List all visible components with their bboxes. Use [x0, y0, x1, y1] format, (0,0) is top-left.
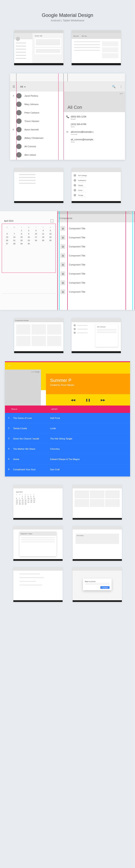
- phone-icon: 📞: [66, 115, 71, 118]
- track-row[interactable]: 4The Mother We ShareChvrches: [5, 444, 130, 454]
- contact-row[interactable]: Mary Johnson: [10, 100, 63, 108]
- music-player-screen: ← 1:1 Image Summer P Created by Trevor H…: [5, 361, 130, 476]
- calendar-day[interactable]: [47, 243, 53, 245]
- screen-title: Components: [59, 217, 72, 219]
- calendar-day[interactable]: 22: [18, 239, 25, 241]
- menu-icon[interactable]: ☰: [12, 85, 15, 88]
- calendar-day[interactable]: 11: [40, 233, 46, 235]
- calendar-day[interactable]: 29: [18, 243, 25, 245]
- form-thumb: [13, 567, 62, 602]
- calendar-icon[interactable]: [50, 219, 53, 222]
- calendar-day[interactable]: 4: [40, 229, 46, 231]
- calendar-day[interactable]: 3: [33, 229, 39, 231]
- simple-list-thumb: [14, 168, 63, 203]
- calendar-day[interactable]: 26: [47, 239, 53, 241]
- calendar-day[interactable]: 2: [26, 229, 32, 231]
- modal-sheet[interactable]: Keywords • Topics: [19, 532, 56, 556]
- page-header: Google Material Design Android L Tablet …: [0, 0, 135, 30]
- calendar-day[interactable]: 12: [47, 233, 53, 235]
- calendar-day[interactable]: 28: [11, 243, 17, 245]
- calendar-day[interactable]: [4, 229, 10, 231]
- page-title: Google Material Design: [0, 12, 135, 18]
- calendar-day[interactable]: [11, 229, 17, 231]
- prev-icon[interactable]: ◀◀: [71, 398, 75, 402]
- component-row[interactable]: ▣Component Title: [57, 287, 135, 296]
- popover-thumb: Ali Connors: [72, 318, 121, 353]
- track-row[interactable]: 2Tennis CourtsLorde: [5, 423, 130, 433]
- next-icon[interactable]: ▶▶: [101, 398, 105, 402]
- wifi-icon: ▾: [130, 212, 131, 214]
- card-grid-thumb: Components Browser: [14, 318, 63, 353]
- track-row[interactable]: 3Given the Chance I wouldThe Kite String…: [5, 433, 130, 444]
- drawer-layout-thumb: Screen Title: [14, 30, 63, 65]
- calendar-day[interactable]: 24: [33, 239, 39, 241]
- contact-row[interactable]: AAaron bennett: [10, 125, 63, 134]
- calendar-day[interactable]: 19: [47, 236, 53, 238]
- calendar-day[interactable]: 8: [18, 233, 25, 235]
- chevron-down-icon: ▼: [24, 86, 26, 88]
- nav-drawer: [14, 33, 33, 63]
- component-row[interactable]: ▣Component Title: [57, 269, 135, 278]
- calendar-day[interactable]: 21: [11, 239, 17, 241]
- filter-dropdown[interactable]: All▼: [20, 85, 26, 88]
- search-icon[interactable]: 🔍: [112, 85, 116, 88]
- confirm-dialog[interactable]: Begin to process Continue: [83, 579, 111, 590]
- contact-row[interactable]: Ali Connors: [10, 142, 63, 151]
- contact-row[interactable]: Peter Carlsson: [10, 108, 63, 117]
- contact-popover[interactable]: Ali Connors: [95, 324, 118, 347]
- calendar-day[interactable]: 30: [26, 243, 32, 245]
- calendar-day[interactable]: 5: [47, 229, 53, 231]
- contacts-screen: ☰ All▼ 🔍 ⋮ ★Janet PerkinsMary JohnsonPet…: [10, 73, 125, 160]
- calendar-day[interactable]: 25: [40, 239, 46, 241]
- track-row[interactable]: 5HomeEdward Sharpe & The Magne: [5, 454, 130, 464]
- email-icon: ✉: [66, 131, 71, 133]
- contact-row[interactable]: Trevor Hansen: [10, 117, 63, 125]
- tabs-layout-thumb: Tab One Tab Two: [72, 30, 121, 65]
- calendar-screen: April 2014 SMTWTFS1234567891011121314151…: [0, 211, 57, 310]
- component-row[interactable]: ▣Component Title: [57, 224, 135, 233]
- contact-list: ★Janet PerkinsMary JohnsonPeter Carlsson…: [10, 92, 63, 160]
- contact-row[interactable]: Alex nelson: [10, 151, 63, 159]
- calendar-day[interactable]: 20: [4, 239, 10, 241]
- calendar-day[interactable]: 10: [33, 233, 39, 235]
- page-subtitle: Android L Tablet Whiteframe: [0, 19, 135, 22]
- calendar-day[interactable]: 14: [11, 236, 17, 238]
- calendar-day[interactable]: 13: [4, 236, 10, 238]
- track-row[interactable]: 6Compliment Your SoulDan Croll: [5, 464, 130, 475]
- component-row[interactable]: ▣Component Title: [57, 260, 135, 269]
- calendar-day[interactable]: 27: [4, 243, 10, 245]
- calendar-day[interactable]: [40, 243, 46, 245]
- calendar-day[interactable]: 17: [33, 236, 39, 238]
- battery-icon: ▮: [133, 212, 134, 214]
- tab-two[interactable]: Tab Two: [82, 35, 87, 37]
- calendar-day[interactable]: [33, 243, 39, 245]
- banner-thumb: Information: [73, 526, 122, 561]
- signal-icon: ▴: [131, 212, 132, 214]
- component-row[interactable]: ▣Component Title: [57, 251, 135, 260]
- calendar-day[interactable]: 16: [26, 236, 32, 238]
- contact-name: Ali Con: [68, 105, 82, 110]
- component-row[interactable]: ▣Component Title: [57, 233, 135, 242]
- calendar-day[interactable]: 1: [18, 229, 25, 231]
- calendar-day[interactable]: 18: [40, 236, 46, 238]
- calendar-day[interactable]: 7: [11, 233, 17, 235]
- track-row[interactable]: 1The Game of LoveDaft Punk: [5, 413, 130, 423]
- contact-row[interactable]: ★Janet Perkins: [10, 92, 63, 100]
- calendar-day[interactable]: 6: [4, 233, 10, 235]
- app-bar: ☰ All▼ 🔍 ⋮: [10, 82, 125, 92]
- component-row[interactable]: ▣Component Title: [57, 278, 135, 287]
- calendar-day[interactable]: 9: [26, 233, 32, 235]
- album-title: Summer P: [50, 378, 126, 383]
- playback-controls: ◀◀ ❚❚ ▶▶: [46, 394, 130, 405]
- tab-one[interactable]: Tab One: [73, 35, 79, 37]
- more-icon[interactable]: ⋮: [120, 85, 123, 88]
- back-icon[interactable]: ←: [8, 364, 11, 368]
- pause-icon[interactable]: ❚❚: [86, 398, 90, 402]
- contact-row[interactable]: Anthony Stevens: [10, 159, 63, 160]
- calendar-day[interactable]: 15: [18, 236, 25, 238]
- sheet-thumb: Keywords • Topics: [13, 526, 62, 561]
- component-row[interactable]: ▣Component Title: [57, 242, 135, 251]
- contact-row[interactable]: Abbey Christensen: [10, 134, 63, 142]
- ok-button[interactable]: Continue: [100, 586, 109, 589]
- calendar-day[interactable]: 23: [26, 239, 32, 241]
